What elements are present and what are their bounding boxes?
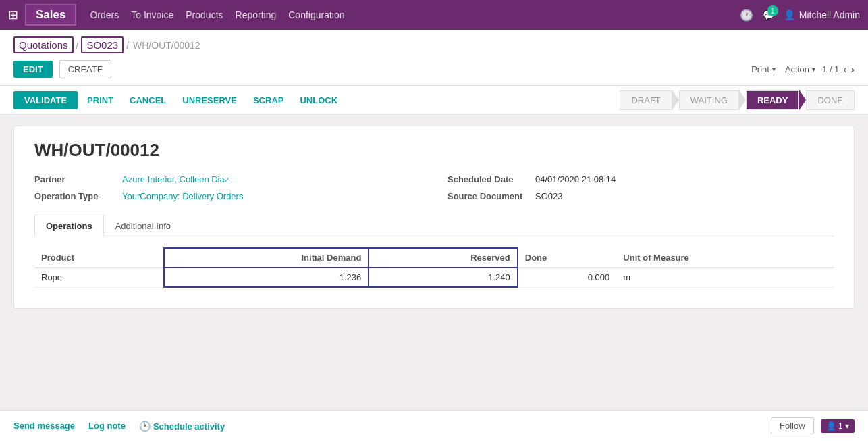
field-partner: Partner Azure Interior, Colleen Diaz <box>34 174 421 184</box>
pagination: 1 / 1 ‹ › <box>822 63 855 76</box>
nav-to-invoice[interactable]: To Invoice <box>131 7 173 23</box>
nav-configuration[interactable]: Configuration <box>288 7 344 23</box>
tabs: Operations Additional Info <box>34 215 834 236</box>
clock-icon[interactable]: 🕐 <box>740 9 753 22</box>
cancel-button[interactable]: CANCEL <box>123 91 173 109</box>
record-card: WH/OUT/00012 Partner Azure Interior, Col… <box>13 126 855 309</box>
nav-reporting[interactable]: Reporting <box>236 7 277 23</box>
breadcrumb-quotations[interactable]: Quotations <box>13 36 74 53</box>
create-button[interactable]: CREATE <box>59 60 112 78</box>
unreserve-button[interactable]: UNRESERVE <box>175 91 244 109</box>
col-initial-demand: Initial Demand <box>164 248 369 267</box>
edit-button[interactable]: EDIT <box>13 61 53 78</box>
partner-label: Partner <box>34 174 115 184</box>
nav-products[interactable]: Products <box>186 7 223 23</box>
scheduled-date-value: 04/01/2020 21:08:14 <box>535 174 616 184</box>
cell-reserved: 1.240 <box>369 267 517 287</box>
navbar-right: 🕐 💬 1 👤 Mitchell Admin <box>740 9 860 22</box>
action-dropdown[interactable]: Action ▾ <box>785 64 815 74</box>
pagination-prev[interactable]: ‹ <box>843 63 846 76</box>
nav-orders[interactable]: Orders <box>90 7 119 23</box>
pagination-next[interactable]: › <box>851 63 855 76</box>
tab-additional-info[interactable]: Additional Info <box>104 215 182 236</box>
field-scheduled-date: Scheduled Date 04/01/2020 21:08:14 <box>447 174 834 184</box>
breadcrumb-sep-2: / <box>126 40 129 51</box>
record-title: WH/OUT/00012 <box>34 140 834 161</box>
col-unit: Unit of Measure <box>616 248 834 267</box>
breadcrumb: Quotations / SO023 / WH/OUT/00012 <box>13 36 855 53</box>
user-name: Mitchell Admin <box>799 9 860 20</box>
cell-product: Rope <box>34 267 164 287</box>
scrap-button[interactable]: SCRAP <box>246 91 291 109</box>
breadcrumb-so023[interactable]: SO023 <box>81 36 124 53</box>
action-arrow-icon: ▾ <box>812 66 815 73</box>
breadcrumb-current: WH/OUT/00012 <box>133 40 200 51</box>
cell-initial-demand: 1.236 <box>164 267 369 287</box>
field-source-document: Source Document SO023 <box>447 191 834 201</box>
col-product: Product <box>34 248 164 267</box>
cell-done: 0.000 <box>518 267 617 287</box>
status-bar: DRAFT WAITING READY DONE <box>620 90 855 110</box>
col-done: Done <box>518 248 617 267</box>
chat-count: 1 <box>767 5 778 16</box>
status-waiting: WAITING <box>679 90 739 110</box>
status-done: DONE <box>806 90 855 110</box>
pagination-info: 1 / 1 <box>822 64 839 74</box>
validate-button[interactable]: VALIDATE <box>13 91 78 109</box>
source-document-value: SO023 <box>535 191 562 201</box>
brand-logo[interactable]: Sales <box>25 4 76 26</box>
tab-operations[interactable]: Operations <box>34 215 104 236</box>
source-document-label: Source Document <box>447 191 528 201</box>
scheduled-date-label: Scheduled Date <box>447 174 528 184</box>
partner-value[interactable]: Azure Interior, Colleen Diaz <box>122 174 229 184</box>
main-content: WH/OUT/00012 Partner Azure Interior, Col… <box>0 115 868 349</box>
grid-icon[interactable]: ⊞ <box>8 7 18 22</box>
print-dropdown[interactable]: Print ▾ <box>751 64 776 74</box>
breadcrumb-bar: Quotations / SO023 / WH/OUT/00012 EDIT C… <box>0 30 868 86</box>
field-operation-type: Operation Type YourCompany: Delivery Ord… <box>34 191 421 201</box>
user-menu[interactable]: 👤 Mitchell Admin <box>784 9 860 20</box>
navbar: ⊞ Sales Orders To Invoice Products Repor… <box>0 0 868 30</box>
operation-type-value[interactable]: YourCompany: Delivery Orders <box>122 191 243 201</box>
navbar-links: Orders To Invoice Products Reporting Con… <box>90 7 739 23</box>
print-action-group: Print ▾ Action ▾ <box>751 64 815 74</box>
cell-unit: m <box>616 267 834 287</box>
unlock-button[interactable]: UNLOCK <box>293 91 344 109</box>
print-label: Print <box>751 64 769 74</box>
breadcrumb-sep-1: / <box>76 40 79 51</box>
operations-table: Product Initial Demand Reserved Done Uni… <box>34 247 834 288</box>
status-ready: READY <box>746 90 800 110</box>
col-reserved: Reserved <box>369 248 517 267</box>
record-fields: Partner Azure Interior, Colleen Diaz Sch… <box>34 174 834 201</box>
operation-type-label: Operation Type <box>34 191 115 201</box>
action-label: Action <box>785 64 809 74</box>
print-arrow-icon: ▾ <box>772 66 776 73</box>
action-bar: VALIDATE PRINT CANCEL UNRESERVE SCRAP UN… <box>0 86 868 115</box>
user-avatar-icon: 👤 <box>784 9 795 20</box>
status-draft: DRAFT <box>620 90 672 110</box>
table-row: Rope 1.236 1.240 0.000 m <box>34 267 834 287</box>
print-button[interactable]: PRINT <box>80 91 120 109</box>
breadcrumb-actions: EDIT CREATE Print ▾ Action ▾ 1 / 1 ‹ › <box>13 60 855 78</box>
chat-badge[interactable]: 💬 1 <box>763 9 774 20</box>
